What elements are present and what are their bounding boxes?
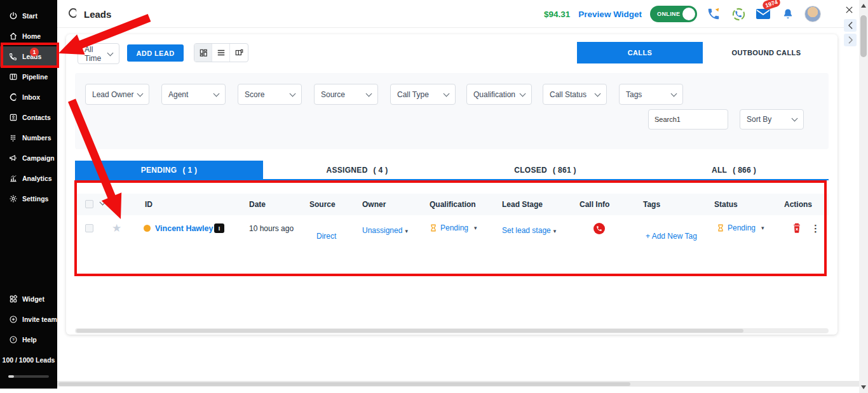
- pipeline-icon: [8, 72, 18, 82]
- tab-closed[interactable]: CLOSED( 861 ): [451, 161, 639, 179]
- tab-pending[interactable]: PENDING( 1 ): [75, 161, 263, 179]
- page-horizontal-scrollbar[interactable]: [57, 381, 859, 387]
- lead-stage-dropdown[interactable]: Set lead stage▾: [502, 224, 556, 236]
- col-id: ID: [145, 200, 153, 209]
- tab-label: CLOSED: [514, 166, 547, 175]
- scrollbar-thumb[interactable]: [860, 15, 867, 57]
- add-lead-button[interactable]: ADD LEAD: [127, 44, 184, 62]
- dialpad-icon: [8, 133, 18, 143]
- online-status-toggle[interactable]: ONLINE: [650, 6, 697, 22]
- user-avatar[interactable]: [804, 6, 821, 22]
- tab-count: ( 4 ): [374, 166, 388, 175]
- dialer-phone-icon[interactable]: [705, 6, 722, 22]
- call-queue-icon[interactable]: [730, 6, 747, 22]
- leads-count-badge: 1: [30, 48, 39, 57]
- kanban-view-icon[interactable]: [230, 44, 248, 62]
- call-info-icon[interactable]: [593, 223, 605, 234]
- time-filter-dropdown[interactable]: All Time: [78, 43, 119, 64]
- row-checkbox[interactable]: [85, 224, 93, 232]
- filter-lead-owner[interactable]: Lead Owner: [85, 84, 149, 105]
- expand-right-button[interactable]: [844, 34, 857, 46]
- bell-icon[interactable]: [780, 6, 796, 22]
- filter-tags[interactable]: Tags: [619, 84, 683, 105]
- tab-label: ALL: [712, 166, 727, 175]
- app-window: Start Home Leads 1 Pipeline Inbox: [0, 0, 868, 393]
- select-all-checkbox[interactable]: [85, 200, 93, 208]
- select-all-chevron-icon[interactable]: [100, 199, 106, 206]
- svg-text:?: ?: [12, 338, 15, 342]
- mail-count-badge: 1974: [761, 0, 781, 11]
- scroll-down-arrow-icon[interactable]: [861, 385, 866, 389]
- mail-icon[interactable]: 1974: [755, 6, 771, 22]
- lead-date: 10 hours ago: [249, 224, 294, 233]
- col-qualification: Qualification: [430, 200, 476, 209]
- home-icon: [8, 32, 18, 41]
- filter-call-type[interactable]: Call Type: [390, 84, 456, 105]
- filter-call-status[interactable]: Call Status: [543, 84, 607, 105]
- sidebar-item-numbers[interactable]: Numbers: [0, 128, 57, 148]
- page-vertical-scrollbar[interactable]: [859, 0, 868, 393]
- chevron-down-icon: [366, 90, 372, 97]
- sidebar-item-analytics[interactable]: Analytics: [0, 168, 57, 189]
- scroll-up-arrow-icon[interactable]: [861, 4, 866, 8]
- lead-flag-badge[interactable]: I: [214, 223, 224, 233]
- sidebar-item-widget[interactable]: Widget: [0, 289, 57, 309]
- leads-panel: All Time ADD LEAD CALLS OUTBOUND CALLS L…: [66, 34, 837, 335]
- sidebar-item-inbox[interactable]: Inbox: [0, 87, 57, 107]
- filter-label: Call Type: [397, 90, 429, 99]
- scrollbar-thumb[interactable]: [58, 382, 630, 386]
- sort-by-dropdown[interactable]: Sort By: [740, 109, 804, 130]
- sidebar-item-leads[interactable]: Leads 1: [0, 46, 57, 67]
- sidebar-item-settings[interactable]: Settings: [0, 189, 57, 209]
- filter-qualification[interactable]: Qualification: [466, 84, 532, 105]
- lead-name-link[interactable]: Vincent Hawley: [155, 224, 213, 233]
- sidebar-item-contacts[interactable]: Contacts: [0, 107, 57, 128]
- filter-agent[interactable]: Agent: [161, 84, 226, 105]
- table-horizontal-scrollbar[interactable]: [75, 328, 829, 333]
- sidebar-item-help[interactable]: ? Help: [0, 330, 57, 350]
- leads-usage-counter: 100 / 1000 Leads: [0, 356, 57, 364]
- preview-widget-link[interactable]: Preview Widget: [578, 10, 642, 19]
- col-source: Source: [309, 200, 336, 209]
- star-icon[interactable]: ★: [112, 223, 121, 234]
- grid-view-icon[interactable]: [194, 44, 212, 62]
- scrollbar-thumb[interactable]: [76, 329, 743, 333]
- tab-assigned[interactable]: ASSIGNED( 4 ): [263, 161, 451, 179]
- chevron-down-icon: [520, 90, 526, 97]
- top-header: Leads $94.31 Preview Widget ONLINE 1974: [57, 0, 850, 28]
- sidebar: Start Home Leads 1 Pipeline Inbox: [0, 0, 57, 389]
- sidebar-item-pipeline[interactable]: Pipeline: [0, 67, 57, 87]
- search-input[interactable]: [648, 109, 728, 130]
- tab-all[interactable]: ALL( 866 ): [639, 161, 829, 179]
- status-dropdown[interactable]: Pending▾: [717, 223, 764, 232]
- leads-usage-progressbar: [8, 375, 49, 378]
- delete-lead-icon[interactable]: [792, 222, 802, 236]
- caret-down-icon: ▾: [761, 225, 764, 231]
- owner-dropdown[interactable]: Unassigned▾: [362, 224, 408, 236]
- filter-score[interactable]: Score: [238, 84, 302, 105]
- sidebar-item-invite-team[interactable]: Invite team: [0, 309, 57, 330]
- lead-source-link[interactable]: Direct: [316, 232, 336, 241]
- collapse-left-button[interactable]: [844, 19, 857, 32]
- table-row: ★ Vincent Hawley I 10 hours ago Direct U…: [75, 215, 829, 243]
- owner-value: Unassigned: [362, 226, 402, 235]
- close-button[interactable]: [843, 3, 855, 16]
- col-actions: Actions: [784, 200, 812, 209]
- filter-source[interactable]: Source: [314, 84, 378, 105]
- add-new-tag-link[interactable]: + Add New Tag: [646, 232, 697, 241]
- tab-label: ASSIGNED: [327, 166, 368, 175]
- toggle-knob: [682, 8, 695, 20]
- qualification-dropdown[interactable]: Pending▾: [430, 223, 477, 232]
- tab-calls[interactable]: CALLS: [577, 42, 703, 63]
- sidebar-label: Start: [22, 12, 37, 20]
- tab-outbound-calls[interactable]: OUTBOUND CALLS: [703, 42, 830, 63]
- hourglass-icon: [430, 223, 437, 232]
- sidebar-item-home[interactable]: Home: [0, 26, 57, 46]
- tabs-underline: [75, 179, 829, 180]
- col-status: Status: [714, 200, 738, 209]
- sidebar-item-campaign[interactable]: Campaign: [0, 148, 57, 168]
- sidebar-label: Invite team: [22, 316, 57, 323]
- sidebar-item-start[interactable]: Start: [0, 6, 57, 26]
- row-menu-icon[interactable]: ⋮: [811, 223, 820, 233]
- list-view-icon[interactable]: [212, 44, 230, 62]
